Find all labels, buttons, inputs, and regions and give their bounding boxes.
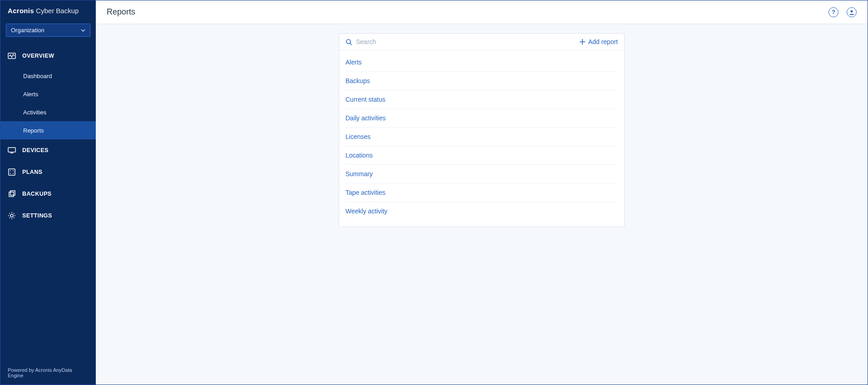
search-wrap [345, 38, 579, 45]
card-toolbar: Add report [339, 34, 624, 50]
organization-label: Organization [11, 27, 44, 34]
svg-rect-7 [9, 192, 14, 197]
report-item[interactable]: Alerts [345, 53, 618, 72]
sidebar-sub-alerts[interactable]: Alerts [0, 85, 96, 103]
help-icon[interactable]: ? [829, 7, 838, 17]
svg-point-4 [13, 170, 14, 171]
plus-icon [579, 39, 586, 45]
reports-card: Add report AlertsBackupsCurrent statusDa… [339, 33, 625, 227]
sidebar-sub-activities[interactable]: Activities [0, 103, 96, 121]
report-item[interactable]: Licenses [345, 128, 618, 146]
brand-bold: Acronis [8, 7, 34, 15]
report-item[interactable]: Current status [345, 90, 618, 109]
sidebar-footer: Powered by Acronis AnyData Engine [0, 361, 96, 385]
sidebar-sub-reports[interactable]: Reports [0, 121, 96, 139]
sidebar-item-overview[interactable]: OVERVIEW [0, 45, 96, 67]
svg-rect-1 [8, 148, 15, 152]
settings-icon [8, 212, 16, 220]
svg-point-5 [10, 173, 11, 174]
search-icon [345, 39, 352, 45]
report-item[interactable]: Weekly activity [345, 202, 618, 220]
svg-point-3 [10, 170, 11, 171]
svg-point-6 [13, 173, 14, 174]
report-item[interactable]: Locations [345, 146, 618, 165]
add-report-button[interactable]: Add report [579, 38, 618, 45]
report-item[interactable]: Daily activities [345, 109, 618, 128]
report-item[interactable]: Tape activities [345, 183, 618, 202]
brand-light: Cyber Backup [34, 7, 79, 15]
sidebar-sub-dashboard[interactable]: Dashboard [0, 67, 96, 85]
chevron-down-icon [81, 28, 85, 33]
topbar: Reports ? [96, 0, 868, 24]
sidebar-item-plans[interactable]: PLANS [0, 161, 96, 183]
svg-rect-8 [10, 191, 15, 195]
svg-point-9 [10, 214, 13, 217]
sidebar-item-backups[interactable]: BACKUPS [0, 183, 96, 205]
report-item[interactable]: Backups [345, 72, 618, 90]
report-item[interactable]: Summary [345, 165, 618, 183]
svg-point-10 [851, 10, 853, 12]
overview-icon [8, 52, 16, 60]
sidebar-label: DEVICES [22, 147, 49, 153]
add-report-label: Add report [588, 38, 618, 45]
sidebar: Acronis Cyber Backup Organization OVERVI… [0, 0, 96, 385]
backups-icon [8, 190, 16, 198]
content: Add report AlertsBackupsCurrent statusDa… [96, 24, 868, 385]
devices-icon [8, 146, 16, 154]
sidebar-item-settings[interactable]: SETTINGS [0, 205, 96, 227]
topbar-icons: ? [829, 7, 857, 17]
brand-logo: Acronis Cyber Backup [0, 0, 96, 19]
user-icon[interactable] [847, 7, 857, 17]
sidebar-label: SETTINGS [22, 212, 52, 219]
svg-point-11 [346, 39, 350, 44]
plans-icon [8, 168, 16, 176]
report-list: AlertsBackupsCurrent statusDaily activit… [339, 50, 624, 227]
sidebar-item-devices[interactable]: DEVICES [0, 139, 96, 161]
sidebar-label: BACKUPS [22, 191, 52, 197]
sidebar-nav: OVERVIEW Dashboard Alerts Activities Rep… [0, 45, 96, 361]
organization-selector[interactable]: Organization [6, 24, 90, 37]
search-input[interactable] [356, 38, 579, 45]
sidebar-label: PLANS [22, 169, 42, 175]
sidebar-label: OVERVIEW [22, 53, 54, 59]
main-area: Reports ? Add report [96, 0, 868, 385]
svg-rect-2 [9, 169, 15, 175]
page-title: Reports [107, 7, 829, 17]
